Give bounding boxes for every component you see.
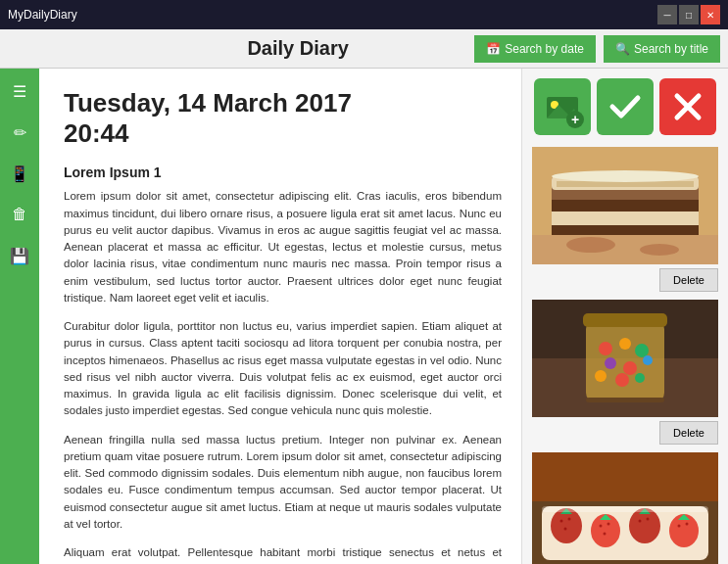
app-title: Daily Diary [125, 37, 470, 60]
svg-point-25 [623, 361, 637, 375]
svg-point-26 [643, 355, 653, 365]
paragraph-1: Lorem ipsum dolor sit amet, consectetur … [64, 188, 502, 306]
svg-point-51 [686, 523, 689, 526]
x-icon [670, 89, 705, 124]
svg-rect-30 [586, 398, 664, 402]
maximize-button[interactable]: □ [679, 5, 699, 24]
svg-point-14 [566, 237, 615, 253]
phone-icon[interactable]: 📱 [5, 159, 34, 188]
plus-badge: + [566, 111, 584, 128]
checkmark-icon [607, 89, 643, 124]
svg-point-28 [615, 373, 629, 387]
cancel-button[interactable] [659, 78, 716, 135]
search-by-title-button[interactable]: 🔍 Search by title [604, 35, 720, 63]
svg-rect-10 [552, 225, 699, 235]
search-icon: 🔍 [615, 42, 630, 56]
photo-entry-1: Delete [532, 147, 718, 292]
paragraph-2: Curabitur dolor ligula, porttitor non lu… [64, 318, 502, 420]
svg-point-24 [605, 357, 616, 369]
sidebar: ☰ ✏ 📱 🗑 💾 [0, 69, 39, 564]
menu-icon[interactable]: ☰ [5, 76, 34, 106]
photo-entry-2: Delete [532, 300, 718, 445]
save-icon[interactable]: 💾 [5, 241, 34, 270]
search-title-label: Search by title [634, 42, 708, 56]
diary-text-area[interactable]: Tuesday, 14 March 2017 20:44 Lorem Ipsum… [39, 69, 522, 564]
main-area: ☰ ✏ 📱 🗑 💾 Tuesday, 14 March 2017 20:44 L… [0, 69, 728, 564]
photo-candy [532, 300, 718, 417]
svg-rect-19 [586, 319, 664, 402]
entry-date: Tuesday, 14 March 2017 20:44 [64, 88, 502, 149]
svg-rect-13 [532, 235, 718, 264]
toolbar: Daily Diary 📅 Search by date 🔍 Search by… [0, 29, 728, 69]
svg-point-23 [635, 344, 649, 357]
photo-entry-3 [532, 452, 718, 564]
svg-rect-8 [552, 200, 699, 212]
add-photo-button[interactable]: + [534, 78, 591, 135]
svg-point-43 [604, 533, 607, 536]
delete-icon[interactable]: 🗑 [5, 200, 34, 229]
search-by-date-button[interactable]: 📅 Search by date [474, 35, 596, 63]
title-bar: MyDailyDiary ─ □ ✕ [0, 0, 728, 29]
svg-rect-9 [552, 212, 699, 225]
close-button[interactable]: ✕ [701, 5, 720, 24]
svg-point-42 [607, 523, 610, 526]
svg-point-27 [595, 370, 607, 382]
edit-icon[interactable]: ✏ [5, 118, 34, 147]
svg-point-36 [560, 520, 563, 523]
svg-point-38 [564, 528, 567, 531]
svg-point-46 [639, 520, 642, 523]
action-buttons: + [530, 78, 720, 135]
svg-point-50 [678, 525, 681, 528]
svg-rect-20 [583, 313, 667, 327]
delete-button-2[interactable]: Delete [659, 421, 718, 445]
photo-tiramisu [532, 147, 718, 264]
content-area: Tuesday, 14 March 2017 20:44 Lorem Ipsum… [39, 69, 728, 564]
entry-title: Lorem Ipsum 1 [64, 164, 502, 180]
window-controls: ─ □ ✕ [657, 5, 720, 24]
svg-point-15 [640, 244, 679, 256]
paragraph-4: Aliquam erat volutpat. Pellentesque habi… [64, 544, 502, 564]
svg-point-12 [552, 170, 699, 182]
svg-point-47 [647, 518, 650, 521]
minimize-button[interactable]: ─ [657, 5, 677, 24]
photo-strawberry [532, 452, 718, 564]
confirm-button[interactable] [597, 78, 654, 135]
calendar-icon: 📅 [486, 42, 501, 56]
svg-point-29 [635, 373, 645, 383]
svg-point-22 [619, 338, 631, 350]
svg-point-21 [599, 342, 612, 355]
paragraph-3: Aenean fringilla nulla sed massa luctus … [64, 432, 502, 534]
app-name: MyDailyDiary [8, 8, 77, 22]
svg-point-41 [600, 525, 603, 528]
search-date-label: Search by date [505, 42, 584, 56]
svg-rect-52 [542, 506, 708, 512]
right-panel: + [522, 69, 728, 564]
svg-point-37 [568, 518, 571, 521]
delete-button-1[interactable]: Delete [659, 268, 718, 292]
